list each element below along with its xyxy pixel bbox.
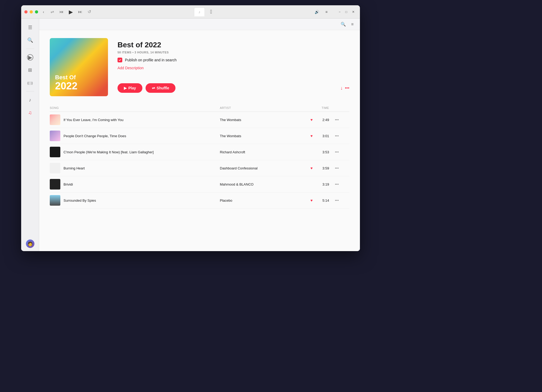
more-cell: •••	[331, 128, 349, 144]
year-text: 2022	[55, 81, 78, 91]
shuffle-button[interactable]: ⇌ Shuffle	[146, 83, 175, 93]
more-cell: •••	[331, 192, 349, 209]
main-layout: ☰ 🔍 ▶ ⊞ ((·)) ♪ ♫ 🧑	[21, 19, 360, 251]
love-cell	[305, 144, 316, 160]
radio-icon: ((·))	[27, 81, 33, 85]
sidebar-item-now-playing[interactable]: ▶	[24, 52, 36, 63]
library-icon: ♫	[28, 110, 32, 116]
queue-button[interactable]: ≡	[324, 9, 329, 15]
shuffle-button[interactable]: ⇌	[48, 8, 56, 15]
more-options-button[interactable]: •••	[345, 86, 349, 90]
music-tab: ♪	[194, 7, 205, 16]
heart-icon[interactable]: ♥	[310, 198, 313, 202]
volume-button[interactable]: 🔊	[313, 9, 321, 15]
close-button[interactable]	[24, 10, 28, 13]
time-cell: 3:53	[316, 144, 331, 160]
sidebar-item-browse[interactable]: ⊞	[24, 64, 36, 76]
track-more-button[interactable]: •••	[333, 149, 340, 155]
heart-icon[interactable]: ♥	[310, 166, 313, 170]
artist-cell: The Wombats	[220, 128, 305, 144]
heart-icon[interactable]: ♥	[310, 118, 313, 122]
play-icon: ▶	[124, 86, 127, 90]
artist-column-header: Artist	[220, 104, 305, 112]
track-artwork	[50, 147, 60, 157]
search-toolbar-button[interactable]: 🔍	[340, 21, 347, 28]
artist-cell: Richard Ashcroft	[220, 144, 305, 160]
avatar-image: 🧑	[28, 241, 33, 246]
window-controls	[24, 10, 38, 13]
nav-controls: ‹	[41, 9, 46, 15]
artist-cell: Dashboard Confessional	[220, 160, 305, 176]
content-toolbar: 🔍 ≡	[39, 19, 360, 30]
table-row[interactable]: Surrounded By Spies Placebo ♥ 5:14 •••	[50, 192, 349, 209]
table-row[interactable]: C'mon People (We're Making It Now) [feat…	[50, 144, 349, 160]
table-row[interactable]: Brividi Mahmood & BLANCO 3:19 •••	[50, 176, 349, 192]
back-button[interactable]: ‹	[41, 9, 46, 15]
playlist-icon: ♪	[29, 97, 31, 103]
playlist-meta: 50 ITEMS • 3 HOURS, 14 MINUTES	[118, 51, 349, 54]
playlist-title: Best of 2022	[118, 41, 349, 49]
download-button[interactable]: ↓	[340, 85, 343, 91]
sidebar-item-playlists[interactable]: ♪	[24, 94, 36, 106]
artist-cell: The Wombats	[220, 112, 305, 128]
play-pause-button[interactable]: ▶	[67, 8, 75, 16]
title-bar-right: 🔊 ≡ − □ ✕	[313, 9, 357, 15]
publish-checkbox[interactable]	[118, 58, 122, 62]
scroll-content[interactable]: Best Of 2022 Best of 2022 50 ITEMS • 3 H…	[39, 30, 360, 251]
list-toolbar-button[interactable]: ≡	[350, 21, 355, 28]
repeat-button[interactable]: ↺	[85, 8, 93, 15]
forward-button[interactable]: ⏭	[76, 8, 84, 15]
music-note-icon: ♪	[198, 10, 200, 14]
love-cell: ♥	[305, 128, 316, 144]
table-row[interactable]: If You Ever Leave, I'm Coming with You T…	[50, 112, 349, 128]
play-label: Play	[128, 86, 136, 90]
title-bar: ‹ ⇌ ⏮ ▶ ⏭ ↺ ♪  🔊 ≡ − □ ✕	[21, 5, 360, 19]
sidebar-divider-2	[26, 91, 34, 91]
sidebar: ☰ 🔍 ▶ ⊞ ((·)) ♪ ♫ 🧑	[21, 19, 39, 251]
track-more-button[interactable]: •••	[333, 133, 340, 139]
time-cell: 2:49	[316, 112, 331, 128]
heart-icon[interactable]: ♥	[310, 134, 313, 138]
track-list: If You Ever Leave, I'm Coming with You T…	[50, 112, 349, 209]
maximize-button[interactable]	[35, 10, 38, 13]
rewind-button[interactable]: ⏮	[57, 8, 66, 15]
sidebar-item-library[interactable]: ♫	[24, 107, 36, 118]
avatar[interactable]: 🧑	[26, 239, 34, 248]
time-cell: 3:01	[316, 128, 331, 144]
playlist-artwork: Best Of 2022	[50, 38, 108, 96]
time-cell: 3:59	[316, 160, 331, 176]
track-more-button[interactable]: •••	[333, 182, 340, 187]
track-artwork	[50, 131, 60, 141]
song-column-header: Song	[50, 104, 220, 112]
win-minimize-button[interactable]: −	[337, 9, 343, 15]
play-button[interactable]: ▶ Play	[118, 83, 142, 93]
win-close-button[interactable]: ✕	[350, 9, 357, 15]
table-row[interactable]: Burning Heart Dashboard Confessional ♥ 3…	[50, 160, 349, 176]
track-more-button[interactable]: •••	[333, 165, 340, 171]
actions-column-header	[305, 104, 316, 112]
love-cell	[305, 176, 316, 192]
song-cell: Brividi	[50, 176, 220, 192]
table-row[interactable]: People Don't Change People, Time Does Th…	[50, 128, 349, 144]
sidebar-item-radio[interactable]: ((·))	[24, 77, 36, 89]
more-column-header	[331, 104, 349, 112]
track-more-button[interactable]: •••	[333, 198, 340, 203]
track-title: C'mon People (We're Making It Now) [feat…	[64, 150, 154, 154]
track-title: Surrounded By Spies	[64, 199, 96, 202]
grid-icon: ⊞	[28, 67, 32, 73]
minimize-button[interactable]	[30, 10, 33, 13]
sidebar-item-menu[interactable]: ☰	[24, 22, 36, 33]
search-icon: 🔍	[27, 37, 33, 43]
add-description-link[interactable]: Add Description	[118, 66, 144, 70]
time-cell: 3:19	[316, 176, 331, 192]
shuffle-label: Shuffle	[157, 86, 169, 90]
love-cell: ♥	[305, 112, 316, 128]
best-of-text: Best Of	[55, 74, 78, 81]
checkmark-icon	[119, 59, 121, 61]
playlist-header: Best Of 2022 Best of 2022 50 ITEMS • 3 H…	[50, 38, 349, 96]
win-maximize-button[interactable]: □	[343, 9, 349, 15]
track-more-button[interactable]: •••	[333, 117, 340, 122]
sidebar-item-search[interactable]: 🔍	[24, 34, 36, 46]
transport-controls: ⇌ ⏮ ▶ ⏭ ↺	[48, 8, 93, 16]
track-artwork	[50, 163, 60, 173]
